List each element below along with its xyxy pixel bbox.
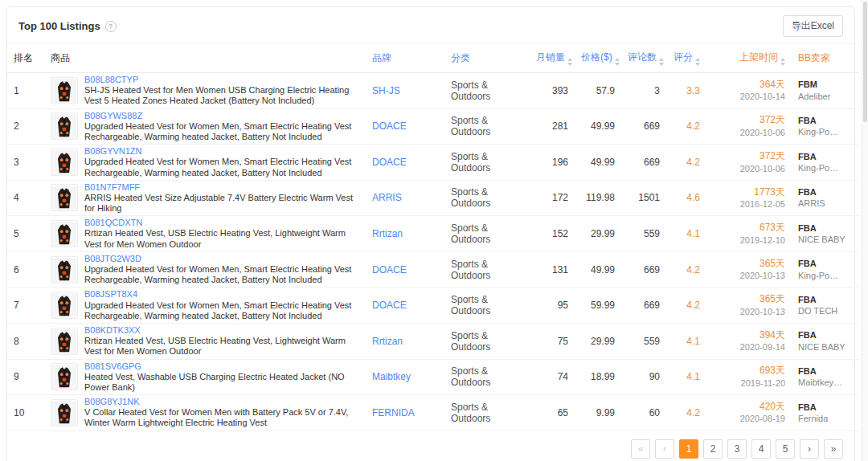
reviews-value: 90 xyxy=(649,371,660,382)
product-image[interactable] xyxy=(51,328,78,355)
product-image[interactable] xyxy=(51,149,78,176)
product-image[interactable] xyxy=(51,256,78,284)
brand-link[interactable]: ARRIS xyxy=(372,192,402,203)
listing-date-value: 2020-10-13 xyxy=(713,306,785,317)
sort-icon[interactable] xyxy=(567,58,572,66)
column-header-listed[interactable]: 上架时间 xyxy=(706,44,792,73)
reviews-value: 669 xyxy=(644,264,660,275)
column-header-rating[interactable]: 评分 xyxy=(666,44,706,73)
category-cell: Sports & Outdoors xyxy=(444,108,530,145)
listing-age-value: 372天 xyxy=(713,114,785,127)
seller-name-value: Maibtkey… xyxy=(798,377,853,388)
page-2-button[interactable]: 2 xyxy=(703,439,723,459)
price-value: 57.9 xyxy=(596,85,615,96)
page-4-button[interactable]: 4 xyxy=(751,439,771,459)
table-row: 7 B08JSPT8X4 Up xyxy=(7,288,859,324)
product-image[interactable] xyxy=(51,77,78,104)
rating-value: 4.6 xyxy=(686,192,700,203)
product-image[interactable] xyxy=(51,363,78,390)
column-label: 品牌 xyxy=(372,52,391,63)
product-image[interactable] xyxy=(51,184,78,211)
rank-cell: 6 xyxy=(7,251,44,288)
vertical-scrollbar[interactable] xyxy=(862,0,868,461)
asin-link[interactable]: B08L88CTYP xyxy=(84,75,359,85)
rating-cell: 4.2 xyxy=(666,108,706,145)
column-label: 排名 xyxy=(14,52,33,63)
monthly-sales-value: 152 xyxy=(552,228,568,239)
sort-icon[interactable] xyxy=(780,58,785,66)
product-cell: B08G8YJ1NK V Collar Heated Vest for Wome… xyxy=(44,395,366,431)
rating-cell: 4.1 xyxy=(666,359,706,395)
monthly-sales-cell: 152 xyxy=(530,216,575,252)
rating-value: 4.1 xyxy=(686,371,700,382)
product-image[interactable] xyxy=(51,220,78,247)
top-listings-card: Top 100 Listings ? 导出Excel 排名商品品牌分类月销量价格… xyxy=(6,6,855,461)
asin-link[interactable]: B08GYWS88Z xyxy=(84,111,359,121)
monthly-sales-value: 75 xyxy=(558,336,568,347)
monthly-sales-cell: 172 xyxy=(530,180,575,216)
brand-link[interactable]: Rrtizan xyxy=(372,228,403,239)
table-header-row: 排名商品品牌分类月销量价格($)评论数评分上架时间BB卖家 xyxy=(7,44,859,73)
page-5-button[interactable]: 5 xyxy=(776,439,795,459)
page-3-button[interactable]: 3 xyxy=(727,439,747,459)
monthly-sales-cell: 196 xyxy=(530,145,575,181)
brand-link[interactable]: FERNIDA xyxy=(372,407,415,418)
next-page-button[interactable]: › xyxy=(800,439,819,459)
rating-value: 4.2 xyxy=(686,300,700,311)
price-value: 29.99 xyxy=(591,228,615,239)
bb-seller-cell: FBA Fernida xyxy=(792,395,859,431)
heated-vest-thumbnail-icon xyxy=(51,400,77,426)
help-icon[interactable]: ? xyxy=(105,21,117,32)
brand-link[interactable]: Rrtizan xyxy=(372,336,403,347)
asin-link[interactable]: B08G8YJ1NK xyxy=(84,397,359,407)
brand-link[interactable]: Maibtkey xyxy=(372,371,411,382)
asin-link[interactable]: B01N7F7MFF xyxy=(84,182,359,193)
price-cell: 119.98 xyxy=(575,180,621,216)
price-cell: 59.99 xyxy=(575,288,621,324)
product-image[interactable] xyxy=(51,292,78,319)
product-image[interactable] xyxy=(51,112,78,140)
category-value: Sports & Outdoors xyxy=(451,365,490,388)
product-title: ARRIS Heated Vest Size Adjustable 7.4V B… xyxy=(84,193,359,214)
rank-cell: 3 xyxy=(7,145,44,181)
rank-value: 1 xyxy=(14,85,19,96)
listing-date-value: 2019-11-20 xyxy=(713,377,785,389)
category-cell: Sports & Outdoors xyxy=(444,73,530,109)
scrollbar-thumb[interactable] xyxy=(863,2,867,122)
asin-link[interactable]: B081QCDXTN xyxy=(84,218,359,228)
heated-vest-thumbnail-icon xyxy=(51,185,77,211)
brand-link[interactable]: DOACE xyxy=(372,120,407,132)
price-cell: 57.9 xyxy=(575,73,621,109)
column-header-price[interactable]: 价格($) xyxy=(575,44,621,73)
asin-link[interactable]: B08JSPT8X4 xyxy=(84,289,359,300)
reviews-cell: 1501 xyxy=(621,180,666,216)
asin-link[interactable]: B08GYVN1ZN xyxy=(84,146,359,157)
heated-vest-thumbnail-icon xyxy=(51,78,77,104)
asin-link[interactable]: B081SV6GPG xyxy=(84,361,359,372)
page-1-button[interactable]: 1 xyxy=(679,439,698,459)
export-excel-button[interactable]: 导出Excel xyxy=(783,15,843,37)
category-value: Sports & Outdoors xyxy=(451,294,490,316)
column-header-sales[interactable]: 月销量 xyxy=(530,44,575,73)
listing-date-cell: 365天 2020-10-13 xyxy=(706,251,792,288)
fulfillment-type-value: FBA xyxy=(798,294,853,305)
reviews-cell: 3 xyxy=(621,73,666,109)
table-row: 6 B08JTG2W3D Up xyxy=(7,251,859,288)
sort-icon[interactable] xyxy=(695,58,700,66)
monthly-sales-cell: 75 xyxy=(530,323,575,359)
sort-icon[interactable] xyxy=(615,58,620,66)
price-value: 59.99 xyxy=(591,300,615,311)
asin-link[interactable]: B08JTG2W3D xyxy=(84,254,359,264)
sort-icon[interactable] xyxy=(659,58,664,66)
brand-link[interactable]: SH-JS xyxy=(372,85,400,96)
brand-link[interactable]: DOACE xyxy=(372,157,407,168)
asin-link[interactable]: B08KDTK3XX xyxy=(84,325,359,336)
brand-cell: DOACE xyxy=(366,145,444,181)
brand-link[interactable]: DOACE xyxy=(372,300,407,311)
product-image[interactable] xyxy=(51,399,78,426)
reviews-cell: 669 xyxy=(621,108,666,145)
last-page-button[interactable]: » xyxy=(824,439,843,459)
column-header-reviews[interactable]: 评论数 xyxy=(621,44,666,73)
price-value: 18.99 xyxy=(591,371,615,382)
brand-link[interactable]: DOACE xyxy=(372,264,407,275)
